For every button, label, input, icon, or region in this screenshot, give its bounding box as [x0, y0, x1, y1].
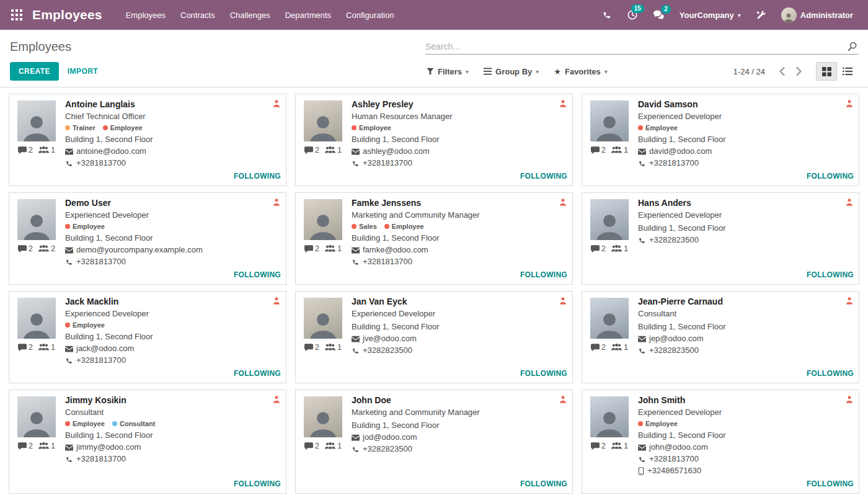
following-button[interactable]: FOLLOWING — [234, 365, 281, 378]
person-silhouette-icon — [20, 209, 53, 240]
phone-icon — [65, 258, 73, 266]
employee-email-line[interactable]: jack@odoo.com — [65, 344, 281, 354]
following-button[interactable]: FOLLOWING — [807, 168, 854, 181]
company-switcher[interactable]: YourCompany ▾ — [673, 11, 747, 20]
employee-card[interactable]: 2 1 John Doe — [295, 390, 573, 494]
kanban-view-button[interactable] — [816, 62, 837, 81]
user-menu[interactable]: Administrator — [775, 7, 859, 23]
following-button[interactable]: FOLLOWING — [807, 267, 854, 279]
following-button[interactable]: FOLLOWING — [807, 476, 854, 488]
pager-previous-button[interactable] — [774, 65, 790, 78]
chat-bubble-icon — [304, 146, 313, 154]
group-by-dropdown[interactable]: Group By ▾ — [484, 67, 539, 76]
employee-phone-line[interactable]: +3281813700 — [352, 158, 567, 168]
activities-button[interactable]: 15 — [621, 6, 644, 24]
employee-phone-line[interactable]: +3282823500 — [638, 346, 854, 355]
following-button[interactable]: FOLLOWING — [520, 168, 567, 181]
pager-next-button[interactable] — [790, 65, 807, 78]
employee-phone-line[interactable]: +3281813700 — [638, 454, 854, 464]
menu-employees[interactable]: Employees — [118, 0, 173, 30]
following-button[interactable]: FOLLOWING — [520, 267, 567, 279]
employee-email-line[interactable]: jimmy@odoo.com — [65, 442, 281, 452]
tag-color-dot — [103, 125, 108, 130]
employee-photo — [304, 199, 342, 240]
employee-photo — [590, 396, 629, 437]
tag-color-dot — [384, 224, 389, 229]
following-button[interactable]: FOLLOWING — [234, 168, 281, 181]
employee-email-line[interactable]: famke@odoo.com — [352, 245, 567, 255]
employee-email-line[interactable]: ashley@odoo.com — [352, 146, 567, 156]
employee-mobile-line[interactable]: +32486571630 — [638, 466, 854, 476]
card-body: Demo User Experienced Developer Employee… — [59, 198, 281, 279]
employee-phone-line[interactable]: +3281813700 — [65, 257, 281, 267]
following-button[interactable]: FOLLOWING — [520, 476, 567, 488]
card-counters: 2 1 — [591, 342, 628, 352]
apps-menu-icon[interactable] — [9, 7, 25, 23]
debug-tools-button[interactable] — [750, 6, 773, 24]
employee-email-line[interactable]: jve@odoo.com — [352, 334, 567, 344]
following-button[interactable]: FOLLOWING — [807, 365, 854, 378]
search-input[interactable] — [425, 42, 847, 51]
employee-card[interactable]: 2 1 Jimmy Kosikin — [9, 390, 286, 494]
person-silhouette-icon — [306, 406, 340, 437]
employee-email-line[interactable]: antoine@odoo.com — [65, 146, 281, 156]
menu-departments[interactable]: Departments — [278, 0, 339, 30]
employee-phone-line[interactable]: +3282823500 — [352, 346, 567, 355]
employee-email-line[interactable]: john@odoo.com — [638, 442, 854, 452]
employee-phone-line[interactable]: +3281813700 — [65, 454, 281, 464]
employee-job-title: Experienced Developer — [638, 111, 854, 122]
employee-phone: +3281813700 — [363, 257, 412, 267]
card-left-column: 2 2 — [14, 198, 59, 279]
employee-phone-line[interactable]: +3282823500 — [638, 235, 854, 245]
following-button[interactable]: FOLLOWING — [520, 365, 567, 378]
following-button[interactable]: FOLLOWING — [234, 476, 281, 488]
filters-dropdown[interactable]: Filters ▾ — [427, 67, 469, 76]
employee-card[interactable]: 2 1 Jack Macklin — [9, 291, 286, 383]
employee-address: Building 1, Second Floor — [638, 430, 854, 440]
follower-count: 2 — [51, 244, 55, 253]
employee-flag-icon — [841, 297, 854, 305]
employee-card[interactable]: 2 1 Jan Van Eyck — [295, 291, 573, 383]
phone-icon — [352, 258, 360, 266]
follower-count: 1 — [51, 342, 55, 352]
employee-phone-line[interactable]: +3282823500 — [352, 444, 567, 454]
employee-card[interactable]: 2 1 Jean-Pierre Carnaud — [582, 291, 859, 383]
phone-icon — [602, 10, 612, 20]
employee-card[interactable]: 2 2 Demo User — [9, 192, 286, 285]
following-button[interactable]: FOLLOWING — [234, 267, 281, 279]
employee-email-line[interactable]: david@odoo.com — [638, 146, 854, 156]
phone-icon — [638, 347, 646, 355]
employee-phone-line[interactable]: +3281813700 — [65, 158, 281, 168]
chat-bubble-icon — [304, 344, 313, 351]
menu-configuration[interactable]: Configuration — [339, 0, 401, 30]
employee-phone-line[interactable]: +3281813700 — [352, 257, 567, 267]
employee-phone-line[interactable]: +3281813700 — [638, 158, 854, 168]
menu-challenges[interactable]: Challenges — [223, 0, 278, 30]
employee-email-line[interactable]: demo@yourcompany.example.com — [65, 245, 281, 255]
employee-email-line[interactable]: jod@odoo.com — [352, 432, 567, 442]
messages-button[interactable]: 2 — [647, 6, 671, 24]
employee-card[interactable]: 2 1 Hans Anders — [582, 192, 859, 285]
search-icon[interactable] — [847, 41, 858, 52]
employee-card[interactable]: 2 1 John Smith — [582, 390, 859, 494]
person-silhouette-icon — [20, 406, 53, 437]
card-left-column: 2 1 — [301, 99, 345, 181]
app-title[interactable]: Employees — [32, 7, 102, 22]
favorites-dropdown[interactable]: ★ Favorites ▾ — [554, 67, 608, 76]
employee-email-line[interactable]: jep@odoo.com — [638, 334, 854, 344]
list-view-button[interactable] — [837, 62, 858, 81]
envelope-icon — [352, 336, 360, 342]
message-count: 2 — [29, 244, 33, 253]
voip-button[interactable] — [596, 6, 618, 24]
import-button[interactable]: IMPORT — [68, 67, 98, 76]
chevron-down-icon: ▾ — [466, 68, 469, 75]
employee-name: Hans Anders — [638, 198, 691, 208]
employee-card[interactable]: 2 1 Antoine Langlais — [9, 94, 286, 186]
employee-card[interactable]: 2 1 Famke Jenssens — [295, 192, 573, 285]
employee-card[interactable]: 2 1 David Samson — [582, 94, 859, 186]
create-button[interactable]: CREATE — [10, 62, 59, 81]
menu-contracts[interactable]: Contracts — [173, 0, 223, 30]
message-count: 2 — [315, 342, 319, 352]
employee-card[interactable]: 2 1 Ashley Presley — [295, 94, 573, 186]
employee-phone-line[interactable]: +3281813700 — [65, 355, 281, 365]
